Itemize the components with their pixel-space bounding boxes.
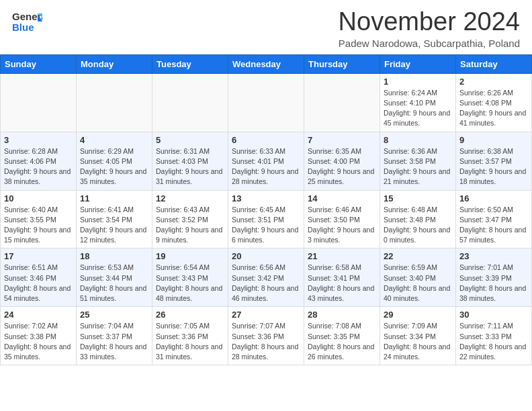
day-number: 18: [80, 251, 148, 261]
day-number: 28: [308, 310, 376, 320]
day-info: Sunrise: 6:46 AM Sunset: 3:50 PM Dayligh…: [308, 205, 376, 246]
day-number: 21: [308, 251, 376, 261]
day-info: Sunrise: 6:51 AM Sunset: 3:46 PM Dayligh…: [4, 263, 73, 304]
day-number: 1: [384, 77, 452, 87]
day-info: Sunrise: 6:31 AM Sunset: 4:03 PM Dayligh…: [156, 146, 224, 187]
day-number: 7: [308, 135, 376, 145]
day-number: 29: [384, 310, 452, 320]
calendar-header-monday: Monday: [77, 54, 152, 73]
calendar-cell: 16Sunrise: 6:50 AM Sunset: 3:47 PM Dayli…: [456, 190, 532, 248]
calendar-cell: 12Sunrise: 6:43 AM Sunset: 3:52 PM Dayli…: [152, 190, 228, 248]
day-info: Sunrise: 6:59 AM Sunset: 3:40 PM Dayligh…: [384, 263, 452, 304]
calendar-cell: 26Sunrise: 7:05 AM Sunset: 3:36 PM Dayli…: [152, 307, 228, 365]
calendar-cell: 11Sunrise: 6:41 AM Sunset: 3:54 PM Dayli…: [77, 190, 152, 248]
calendar-cell: 7Sunrise: 6:35 AM Sunset: 4:00 PM Daylig…: [304, 132, 380, 190]
day-number: 24: [4, 310, 73, 320]
calendar-week-1: 1Sunrise: 6:24 AM Sunset: 4:10 PM Daylig…: [1, 73, 532, 132]
day-number: 2: [459, 77, 528, 87]
calendar-cell: 18Sunrise: 6:53 AM Sunset: 3:44 PM Dayli…: [77, 248, 152, 307]
calendar-cell: 25Sunrise: 7:04 AM Sunset: 3:37 PM Dayli…: [77, 307, 152, 365]
svg-text:Blue: Blue: [12, 21, 34, 33]
calendar-cell: [228, 73, 304, 132]
calendar-cell: 27Sunrise: 7:07 AM Sunset: 3:36 PM Dayli…: [228, 307, 304, 365]
day-info: Sunrise: 6:26 AM Sunset: 4:08 PM Dayligh…: [459, 88, 528, 129]
day-number: 20: [232, 251, 300, 261]
calendar-cell: 20Sunrise: 6:56 AM Sunset: 3:42 PM Dayli…: [228, 248, 304, 307]
calendar-cell: 19Sunrise: 6:54 AM Sunset: 3:43 PM Dayli…: [152, 248, 228, 307]
day-info: Sunrise: 6:28 AM Sunset: 4:06 PM Dayligh…: [4, 146, 73, 187]
calendar-header-saturday: Saturday: [456, 54, 532, 73]
calendar-week-5: 24Sunrise: 7:02 AM Sunset: 3:38 PM Dayli…: [1, 307, 532, 365]
calendar-cell: [304, 73, 380, 132]
day-number: 5: [156, 135, 224, 145]
calendar-cell: 6Sunrise: 6:33 AM Sunset: 4:01 PM Daylig…: [228, 132, 304, 190]
day-number: 22: [384, 251, 452, 261]
day-info: Sunrise: 6:29 AM Sunset: 4:05 PM Dayligh…: [80, 146, 148, 187]
calendar-cell: 3Sunrise: 6:28 AM Sunset: 4:06 PM Daylig…: [1, 132, 77, 190]
day-info: Sunrise: 6:33 AM Sunset: 4:01 PM Dayligh…: [232, 146, 300, 187]
day-number: 16: [459, 193, 528, 203]
calendar-week-2: 3Sunrise: 6:28 AM Sunset: 4:06 PM Daylig…: [1, 132, 532, 190]
day-info: Sunrise: 7:05 AM Sunset: 3:36 PM Dayligh…: [156, 321, 224, 362]
day-info: Sunrise: 6:53 AM Sunset: 3:44 PM Dayligh…: [80, 263, 148, 304]
day-number: 4: [80, 135, 148, 145]
calendar-cell: 15Sunrise: 6:48 AM Sunset: 3:48 PM Dayli…: [380, 190, 456, 248]
subtitle: Padew Narodowa, Subcarpathia, Poland: [339, 38, 520, 49]
calendar-week-3: 10Sunrise: 6:40 AM Sunset: 3:55 PM Dayli…: [1, 190, 532, 248]
day-info: Sunrise: 7:04 AM Sunset: 3:37 PM Dayligh…: [80, 321, 148, 362]
calendar-header-thursday: Thursday: [304, 54, 380, 73]
day-number: 10: [4, 193, 73, 203]
calendar-header-friday: Friday: [380, 54, 456, 73]
calendar-cell: [77, 73, 152, 132]
day-info: Sunrise: 7:09 AM Sunset: 3:34 PM Dayligh…: [384, 321, 452, 362]
day-info: Sunrise: 6:41 AM Sunset: 3:54 PM Dayligh…: [80, 205, 148, 246]
day-info: Sunrise: 7:07 AM Sunset: 3:36 PM Dayligh…: [232, 321, 300, 362]
logo-icon: General Blue: [12, 8, 42, 36]
calendar-cell: [1, 73, 77, 132]
day-number: 8: [384, 135, 452, 145]
day-number: 25: [80, 310, 148, 320]
header: General Blue November 2024 Padew Narodow…: [0, 0, 532, 52]
calendar-cell: 10Sunrise: 6:40 AM Sunset: 3:55 PM Dayli…: [1, 190, 77, 248]
calendar-cell: 24Sunrise: 7:02 AM Sunset: 3:38 PM Dayli…: [1, 307, 77, 365]
calendar-cell: 4Sunrise: 6:29 AM Sunset: 4:05 PM Daylig…: [77, 132, 152, 190]
calendar-cell: 13Sunrise: 6:45 AM Sunset: 3:51 PM Dayli…: [228, 190, 304, 248]
day-number: 11: [80, 193, 148, 203]
day-info: Sunrise: 6:36 AM Sunset: 3:58 PM Dayligh…: [384, 146, 452, 187]
day-info: Sunrise: 7:01 AM Sunset: 3:39 PM Dayligh…: [459, 263, 528, 304]
day-info: Sunrise: 7:02 AM Sunset: 3:38 PM Dayligh…: [4, 321, 73, 362]
day-info: Sunrise: 6:58 AM Sunset: 3:41 PM Dayligh…: [308, 263, 376, 304]
day-info: Sunrise: 6:24 AM Sunset: 4:10 PM Dayligh…: [384, 88, 452, 129]
calendar-header-sunday: Sunday: [1, 54, 77, 73]
calendar-week-4: 17Sunrise: 6:51 AM Sunset: 3:46 PM Dayli…: [1, 248, 532, 307]
day-info: Sunrise: 6:43 AM Sunset: 3:52 PM Dayligh…: [156, 205, 224, 246]
month-title: November 2024: [339, 8, 520, 36]
day-number: 13: [232, 193, 300, 203]
day-info: Sunrise: 6:40 AM Sunset: 3:55 PM Dayligh…: [4, 205, 73, 246]
day-number: 3: [4, 135, 73, 145]
calendar-cell: 28Sunrise: 7:08 AM Sunset: 3:35 PM Dayli…: [304, 307, 380, 365]
day-info: Sunrise: 6:45 AM Sunset: 3:51 PM Dayligh…: [232, 205, 300, 246]
day-number: 9: [459, 135, 528, 145]
day-info: Sunrise: 6:35 AM Sunset: 4:00 PM Dayligh…: [308, 146, 376, 187]
calendar-header-row: SundayMondayTuesdayWednesdayThursdayFrid…: [1, 54, 532, 73]
day-number: 19: [156, 251, 224, 261]
calendar-header-wednesday: Wednesday: [228, 54, 304, 73]
calendar-header-tuesday: Tuesday: [152, 54, 228, 73]
title-section: November 2024 Padew Narodowa, Subcarpath…: [339, 8, 520, 49]
calendar-cell: 21Sunrise: 6:58 AM Sunset: 3:41 PM Dayli…: [304, 248, 380, 307]
calendar-cell: 29Sunrise: 7:09 AM Sunset: 3:34 PM Dayli…: [380, 307, 456, 365]
day-info: Sunrise: 6:50 AM Sunset: 3:47 PM Dayligh…: [459, 205, 528, 246]
day-number: 14: [308, 193, 376, 203]
day-number: 12: [156, 193, 224, 203]
day-info: Sunrise: 6:54 AM Sunset: 3:43 PM Dayligh…: [156, 263, 224, 304]
calendar-cell: 8Sunrise: 6:36 AM Sunset: 3:58 PM Daylig…: [380, 132, 456, 190]
day-number: 26: [156, 310, 224, 320]
calendar-cell: [152, 73, 228, 132]
day-info: Sunrise: 6:48 AM Sunset: 3:48 PM Dayligh…: [384, 205, 452, 246]
calendar-cell: 17Sunrise: 6:51 AM Sunset: 3:46 PM Dayli…: [1, 248, 77, 307]
calendar-cell: 14Sunrise: 6:46 AM Sunset: 3:50 PM Dayli…: [304, 190, 380, 248]
day-number: 27: [232, 310, 300, 320]
calendar-cell: 9Sunrise: 6:38 AM Sunset: 3:57 PM Daylig…: [456, 132, 532, 190]
day-info: Sunrise: 6:38 AM Sunset: 3:57 PM Dayligh…: [459, 146, 528, 187]
